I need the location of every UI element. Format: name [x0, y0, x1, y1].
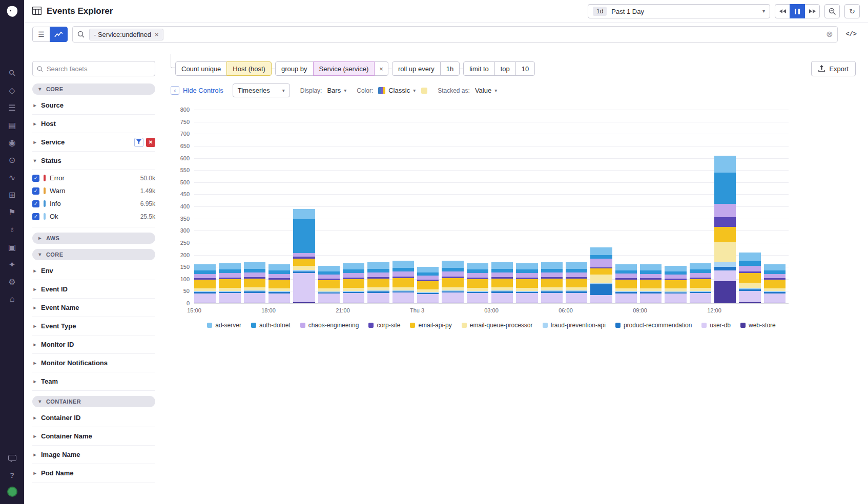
facet-item-status[interactable]: ▾Status	[32, 152, 155, 170]
facet-item-image-name[interactable]: ▸Image Name	[32, 446, 155, 464]
rollup-value-chip[interactable]: 1h	[440, 61, 460, 76]
bar-12-00[interactable]	[714, 156, 736, 303]
bar-18-00[interactable]	[268, 264, 290, 303]
remove-chip-icon[interactable]: ×	[155, 31, 159, 38]
bar-01-00[interactable]	[442, 261, 463, 303]
legend-item-fraud-prevention-api[interactable]: fraud-prevention-api	[543, 322, 606, 329]
bar-15-00[interactable]	[194, 264, 216, 303]
logs-icon[interactable]: ☰	[0, 99, 24, 116]
legend-item-web-store[interactable]: web-store	[740, 322, 776, 329]
security-icon[interactable]: ✦	[0, 256, 24, 273]
count-unique-chip[interactable]: Count unique	[175, 61, 227, 76]
legend-item-email-queue-processor[interactable]: email-queue-processor	[462, 322, 533, 329]
legend-item-product-recommendation[interactable]: product-recommendation	[615, 322, 692, 329]
bar-16-00[interactable]	[219, 263, 240, 303]
facet-group-core[interactable]: ▾CORE	[32, 249, 155, 260]
facet-group-core[interactable]: ▾CORE	[32, 83, 155, 95]
facet-search-input[interactable]	[47, 65, 151, 73]
facet-value-row[interactable]: ✓Error50.0k	[32, 172, 155, 184]
search-input[interactable]: - Service:undefined × ⊗	[72, 26, 838, 43]
bar-07-00[interactable]	[590, 247, 612, 303]
hide-controls-link[interactable]: ‹ Hide Controls	[171, 86, 223, 95]
time-forward-button[interactable]	[804, 4, 820, 18]
group-by-field-chip[interactable]: Service (service)	[313, 61, 375, 76]
stacked-as-select[interactable]: Value ▾	[475, 87, 497, 94]
bar-22-00[interactable]	[367, 262, 389, 303]
bar-09-00[interactable]	[640, 264, 662, 303]
metrics-icon[interactable]: ▤	[0, 116, 24, 134]
facet-item-container-name[interactable]: ▸Container Name	[32, 427, 155, 446]
facet-item-monitor-id[interactable]: ▸Monitor ID	[32, 335, 155, 354]
remove-filter-icon[interactable]: ✕	[146, 138, 155, 147]
code-view-button[interactable]: </>	[842, 31, 860, 38]
facet-item-event-name[interactable]: ▸Event Name	[32, 299, 155, 317]
facet-item-source[interactable]: ▸Source	[32, 96, 155, 115]
facet-item-pod-name[interactable]: ▸Pod Name	[32, 464, 155, 482]
facet-item-host[interactable]: ▸Host	[32, 115, 155, 133]
facet-value-row[interactable]: ✓Info6.95k	[32, 197, 155, 210]
group-by-label-chip[interactable]: group by	[275, 61, 314, 76]
network-icon[interactable]: ◉	[0, 134, 24, 151]
export-button[interactable]: Export	[811, 61, 856, 76]
legend-item-corp-site[interactable]: corp-site	[368, 322, 400, 329]
bar-23-00[interactable]	[392, 261, 414, 303]
checkbox-checked[interactable]: ✓	[32, 175, 39, 182]
facet-item-monitor-notifications[interactable]: ▸Monitor Notifications	[32, 354, 155, 372]
bar-13-00[interactable]	[739, 253, 760, 303]
time-range-select[interactable]: 1d Past 1 Day ▾	[588, 4, 770, 18]
bar-21-00[interactable]	[343, 263, 364, 303]
facet-item-team[interactable]: ▸Team	[32, 372, 155, 391]
bar-11-00[interactable]	[690, 263, 711, 303]
facet-item-event-type[interactable]: ▸Event Type	[32, 317, 155, 335]
facet-item-event-id[interactable]: ▸Event ID	[32, 280, 155, 299]
bar-thu-3[interactable]	[417, 267, 439, 303]
display-select[interactable]: Bars ▾	[327, 87, 346, 94]
monitors-icon[interactable]: ⚑	[0, 203, 24, 221]
bar-20-00[interactable]	[318, 266, 340, 303]
notebooks-icon[interactable]: ▣	[0, 238, 24, 256]
datadog-logo[interactable]	[5, 5, 19, 19]
bar-10-00[interactable]	[665, 266, 686, 303]
settings-icon[interactable]: ⌂	[0, 290, 24, 308]
apm-icon[interactable]: ∿	[0, 169, 24, 186]
checkbox-checked[interactable]: ✓	[32, 213, 39, 220]
filter-icon[interactable]	[134, 138, 143, 147]
color-select[interactable]: Classic ▾	[378, 87, 427, 94]
rollup-label-chip[interactable]: roll up every	[392, 61, 441, 76]
facet-value-row[interactable]: ✓Warn1.49k	[32, 184, 155, 197]
facet-item-service[interactable]: ▸Service✕	[32, 133, 155, 152]
bar-17-00[interactable]	[244, 262, 265, 303]
facet-item-env[interactable]: ▸Env	[32, 262, 155, 280]
legend-item-chaos-engineering[interactable]: chaos-engineering	[300, 322, 359, 329]
legend-item-user-db[interactable]: user-db	[701, 322, 731, 329]
legend-item-auth-dotnet[interactable]: auth-dotnet	[251, 322, 291, 329]
clear-search-icon[interactable]: ⊗	[826, 30, 833, 38]
refresh-button[interactable]: ↻	[844, 4, 860, 18]
dashboards-icon[interactable]: ⊞	[0, 186, 24, 203]
legend-item-email-api-py[interactable]: email-api-py	[410, 322, 451, 329]
user-avatar[interactable]	[7, 487, 17, 497]
integrations-icon[interactable]: ⚙	[0, 273, 24, 290]
limit-label-chip[interactable]: limit to	[463, 61, 495, 76]
checkbox-checked[interactable]: ✓	[32, 200, 39, 207]
bar-06-00[interactable]	[566, 262, 587, 303]
bar-14-00[interactable]	[764, 264, 786, 303]
chart-view-button[interactable]	[50, 27, 68, 42]
zoom-out-button[interactable]	[824, 4, 840, 18]
time-backward-button[interactable]	[775, 4, 790, 18]
limit-direction-chip[interactable]: top	[494, 61, 516, 76]
bar-05-00[interactable]	[541, 262, 563, 303]
bar-04-00[interactable]	[516, 263, 538, 303]
help-icon[interactable]: ?	[10, 471, 14, 479]
count-field-chip[interactable]: Host (host)	[226, 61, 272, 76]
watchdog-icon[interactable]: ⊙	[0, 151, 24, 169]
legend-item-ad-server[interactable]: ad-server	[207, 322, 241, 329]
search-filter-chip[interactable]: - Service:undefined ×	[89, 29, 163, 40]
facet-item-container-id[interactable]: ▸Container ID	[32, 409, 155, 427]
remove-group-by-button[interactable]: ×	[374, 61, 388, 76]
pause-live-button[interactable]	[790, 4, 805, 18]
checkbox-checked[interactable]: ✓	[32, 187, 39, 195]
list-view-button[interactable]: ☰	[32, 27, 50, 42]
view-type-select[interactable]: Timeseries ▾	[233, 83, 290, 97]
synthetics-icon[interactable]: ♁	[0, 221, 24, 238]
